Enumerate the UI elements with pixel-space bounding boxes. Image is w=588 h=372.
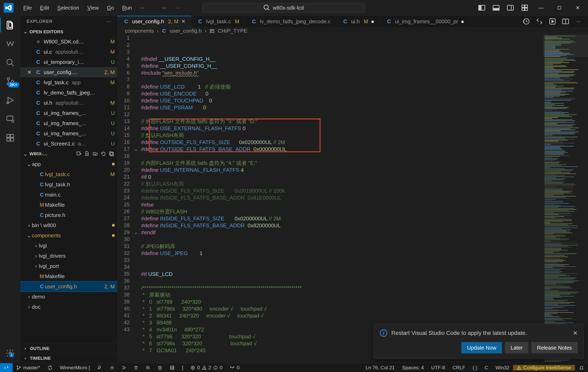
status-encoding[interactable]: UTF-8 [428,365,449,371]
status-bracket[interactable]: ] [178,365,187,371]
add-watch-icon[interactable] [75,151,82,157]
status-run-play[interactable] [118,365,130,370]
activity-run-debug[interactable] [3,93,18,108]
update-now-button[interactable]: Update Now [461,342,502,353]
menu-selection[interactable]: Selection [53,3,83,13]
status-cursor[interactable]: Ln 76, Col 21 [362,365,399,371]
release-notes-button[interactable]: Release Notes [531,342,578,353]
open-editor-item[interactable]: Cui_Screen1.ca…U [21,139,117,149]
activity-explorer[interactable] [3,18,18,32]
layout-toggle-primary-sidebar-icon[interactable] [478,4,486,12]
open-editor-item[interactable]: Clv_demo_fatfs_jpeg… [21,88,117,98]
layout-toggle-secondary-sidebar-icon[interactable] [506,4,514,12]
activity-settings[interactable]: 1 [3,346,18,361]
editor-tab[interactable]: Clvgl_task.cM [191,16,245,27]
nav-back[interactable]: ← [161,4,168,11]
activity-remote-explorer[interactable] [3,112,18,126]
collapse-all-icon[interactable] [108,151,115,157]
window-minimize[interactable]: — [535,3,547,13]
history-icon[interactable] [523,18,530,25]
status-sync[interactable] [44,365,56,370]
later-button[interactable]: Later [505,342,528,353]
status-bug[interactable] [154,365,166,370]
file-item[interactable]: Cuser_config.h2,M [21,282,117,292]
file-item[interactable]: Clvgl_task.cM [21,169,117,179]
menu-view[interactable]: View [83,3,103,13]
open-editor-item[interactable]: Cui_img_frames_…U [21,128,117,139]
timeline-section[interactable]: › TIMELINE [21,353,117,363]
status-build[interactable] [106,365,118,370]
menu-run[interactable]: Run [118,3,136,13]
open-editor-item[interactable]: Cui.capp\soluti…M [21,47,117,57]
close-icon[interactable]: ✕ [181,19,185,24]
project-section[interactable]: ⌄ W80X-… [21,149,117,159]
folder-item[interactable]: ›doc [21,302,117,312]
close-icon[interactable]: ✕ [26,69,33,76]
open-editor-item[interactable]: Clvgl_task.cappM [21,77,117,88]
file-item[interactable]: MMakefile [21,271,117,282]
open-editor-item[interactable]: ✕Cuser_config.…2,M [21,67,117,77]
editor-tab[interactable]: Cuser_config.h2, M✕ [117,16,191,27]
breadcrumb-item[interactable]: CHIP_TYPE [218,28,247,34]
status-problems[interactable]: 0 2 0 [187,365,226,371]
open-editor-item[interactable]: Cui_img_frames_…U [21,118,117,128]
layout-toggle-panel-icon[interactable] [492,4,500,12]
compare-icon[interactable] [536,18,543,25]
status-eol[interactable]: CRLF [449,365,469,371]
breadcrumbs[interactable]: components › C user_config.h › CHIP_TYPE [117,28,588,34]
folder-item[interactable]: ›demo [21,292,117,302]
status-branch[interactable]: master* [13,365,44,371]
editor-tab[interactable]: Cui.hM● [336,16,380,27]
menu-file[interactable]: File [19,3,36,13]
run-icon[interactable] [549,18,556,25]
outline-section[interactable]: › OUTLINE [21,343,117,353]
status-configure-intellisense[interactable]: Configure IntelliSense [513,365,575,371]
more-icon[interactable]: ··· [575,18,582,25]
status-spaces[interactable]: Spaces: 4 [399,365,428,371]
window-close[interactable]: ✕ [572,3,584,13]
status-trash[interactable] [130,365,142,370]
sidebar-more-icon[interactable]: ··· [106,18,111,25]
menu-edit[interactable]: Edit [36,3,53,13]
code-content[interactable]: #ifndef __USER_CONFIG_H__#define __USER_… [141,34,543,363]
status-tools[interactable] [94,365,106,370]
status-target-lines[interactable] [166,365,178,370]
activity-source-control[interactable]: 2K+ [3,74,18,89]
remote-indicator[interactable] [0,363,13,372]
open-editor-item[interactable]: Cui.happ\soluti…M [21,98,117,108]
new-folder-icon[interactable] [92,151,98,157]
status-platform[interactable]: Win32 [492,365,513,371]
breadcrumb-item[interactable]: components [125,28,154,34]
folder-item[interactable]: ›bin \ w800 [21,220,117,230]
refresh-icon[interactable] [100,151,107,157]
command-center[interactable]: w80x-sdk-lcd [202,3,365,13]
file-item[interactable]: Clvgl_task.h [21,179,117,190]
menu-overflow[interactable]: ··· [136,3,149,13]
status-braces[interactable]: { } [469,365,481,371]
folder-item[interactable]: ⌄app [21,159,117,169]
minimap[interactable] [543,34,588,363]
layout-customize-icon[interactable] [521,4,529,12]
nav-forward[interactable]: → [174,4,181,11]
status-notifications[interactable] [575,365,588,370]
folder-item[interactable]: ›lvgl_drivers [21,251,117,261]
editor-tab[interactable]: Clv_demo_fatfs_jpeg_decode.c [245,16,336,27]
status-kit[interactable]: WinnerMicro [ [56,365,94,371]
toast-close[interactable]: ✕ [573,330,578,336]
activity-extensions[interactable] [3,131,18,145]
folder-item[interactable]: ›lvgl_port [21,261,117,271]
breadcrumb-item[interactable]: user_config.h [170,28,202,34]
activity-custom-wm[interactable] [3,37,18,51]
folder-item[interactable]: ›lvgl [21,241,117,251]
file-item[interactable]: Cpicture.h [21,210,117,220]
status-language[interactable]: C [481,365,492,371]
folder-item[interactable]: ⌄components [21,230,117,241]
activity-search[interactable] [3,55,18,70]
open-editor-item[interactable]: ≡W800_SDK.cd…M [21,37,117,47]
file-item[interactable]: Cmain.c [21,190,117,200]
window-maximize[interactable] [553,3,566,13]
status-port[interactable]: 0 [226,365,243,371]
open-editors-section[interactable]: ⌄ OPEN EDITORS [21,27,117,37]
open-editor-item[interactable]: Cui_temporary_i…U [21,57,117,67]
editor-tab[interactable]: Cui_img_frames__00000_pr● [380,16,470,27]
